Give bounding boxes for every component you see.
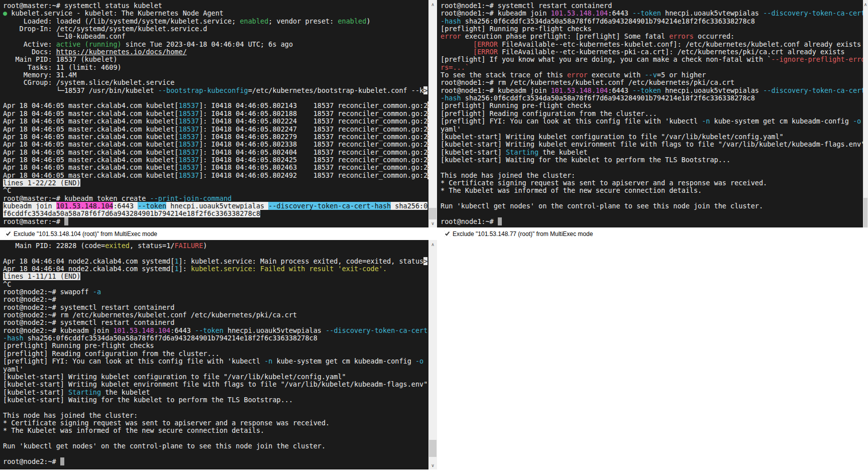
terminal-line: [ERROR FileAvailable--etc-kubernetes-pki… — [441, 48, 863, 56]
terminal-text-segment: root@node1:~# — [441, 217, 498, 225]
terminal-text-segment: -a — [93, 288, 101, 296]
terminal-text-segment — [441, 40, 473, 48]
terminal-text-segment: Tasks: 11 (limit: 4609) — [3, 63, 122, 71]
terminal-master[interactable]: root@master:~# systemctl status kubelet●… — [0, 0, 428, 227]
terminal-text-segment: ]: I0418 04:46:05.802492 18537 reconcile… — [199, 171, 427, 179]
terminal-text-segment: Apr 18 04:46:04 node2.ckalab4.com system… — [3, 265, 174, 273]
scroll-up-icon[interactable]: ∧ — [863, 0, 868, 9]
terminal-text-segment: Drop-In: /etc/systemd/system/kubelet.ser… — [3, 25, 207, 33]
exclude-node1-checkbox[interactable] — [444, 230, 451, 237]
terminal-text-segment: since Tue 2023-04-18 04:46:04 UTC; 6s ag… — [122, 40, 293, 48]
scrollbar-thumb[interactable] — [863, 198, 867, 227]
terminal-text-segment: 18537 — [179, 163, 199, 171]
terminal-text-segment: ● — [3, 9, 11, 17]
terminal-line: Apr 18 04:46:05 master.ckalab4.com kubel… — [3, 117, 428, 125]
terminal-line: This node has joined the cluster: — [3, 412, 428, 419]
terminal-text-segment: ]: kubelet.service: Main process exited,… — [179, 257, 424, 265]
terminal-text-segment: 101.53.148.104 — [551, 86, 608, 94]
terminal-text-segment: 18537 — [179, 109, 199, 117]
terminal-text-segment: ]: I0418 04:46:05.802463 18537 reconcile… — [199, 163, 427, 171]
terminal-line: -hash sha256:0f6cddfc3534da50a58a78f6f7d… — [3, 334, 428, 342]
exclude-master-checkbox[interactable] — [5, 230, 12, 237]
terminal-line: [kubelet-start] Writing kubelet configur… — [441, 133, 863, 141]
terminal-line: [preflight] Running pre-flight checks — [441, 102, 863, 109]
terminal-text-segment: --token — [632, 9, 661, 17]
terminal-text-segment: [kubelet-start] Waiting for the kubelet … — [3, 396, 293, 404]
terminal-text-segment: 18537 — [179, 125, 199, 133]
terminal-line — [3, 435, 428, 442]
terminal-text-segment: Memory: 31.4M — [3, 71, 76, 79]
exclude-master-label: Exclude "101.53.148.104 (root)" from Mul… — [14, 230, 157, 238]
exclude-master-label-row: Exclude "101.53.148.104 (root)" from Mul… — [5, 230, 157, 238]
terminal-line: Memory: 31.4M — [3, 71, 428, 79]
terminal-text-segment: Docs: — [3, 48, 56, 56]
terminal-text-segment: root@node2:~# — [3, 457, 60, 465]
terminal-text-segment: Main PID: 22828 (code= — [3, 242, 105, 250]
terminal-text-segment: [preflight] If you know what you are doi… — [441, 55, 771, 63]
terminal-line: root@node1:~# — [441, 218, 863, 225]
terminal-text-segment: root@node2:~# swapoff — [3, 288, 93, 296]
scroll-down-icon[interactable]: ∨ — [428, 219, 437, 227]
terminal-line: [kubelet-start] Starting the kubelet — [441, 149, 863, 156]
terminal-line: * Certificate signing request was sent t… — [441, 179, 863, 187]
terminal-node2[interactable]: Main PID: 22828 (code=exited, status=1/F… — [0, 240, 428, 469]
scrollbar-thumb[interactable] — [429, 208, 437, 219]
terminal-line: [kubelet-start] Waiting for the kubelet … — [441, 156, 863, 164]
terminal-text-segment: CGroup: /system.slice/kubelet.service — [3, 78, 174, 86]
scrollbar-master[interactable]: ∧ ∨ — [428, 0, 437, 227]
terminal-text-segment: -n — [264, 357, 272, 365]
terminal-line: yaml' — [441, 126, 863, 133]
terminal-text-segment: --token — [195, 326, 224, 334]
terminal-text-segment: 1 — [174, 265, 178, 273]
terminal-cursor — [64, 217, 68, 225]
terminal-line: [kubelet-start] Writing kubelet configur… — [3, 373, 428, 381]
terminal-line: CGroup: /system.slice/kubelet.service — [3, 79, 428, 86]
scrollbar-thumb[interactable] — [429, 440, 437, 457]
terminal-line: ● kubelet.service - kubelet: The Kuberne… — [3, 10, 428, 17]
terminal-text-segment: root@master:~# kubeadm token create — [3, 194, 150, 202]
terminal-text-segment: =5 or higher — [657, 71, 706, 79]
terminal-line: root@node2:~# kubeadm join 101.53.148.10… — [3, 327, 428, 334]
exclude-bar-master: Exclude "101.53.148.104 (root)" from Mul… — [0, 227, 437, 240]
terminal-text-segment: 101.53.148.104 — [56, 202, 114, 210]
terminal-cursor — [60, 457, 64, 465]
terminal-line: lines 1-11/11 (END) — [3, 273, 428, 280]
terminal-line: Apr 18 04:46:05 master.ckalab4.com kubel… — [3, 133, 428, 141]
scroll-up-icon[interactable]: ∧ — [428, 240, 437, 249]
terminal-line: Apr 18 04:46:05 master.ckalab4.com kubel… — [3, 141, 428, 148]
terminal-line: Run 'kubectl get nodes' on the control-p… — [3, 442, 428, 450]
terminal-text-segment: rs=...` — [441, 63, 469, 71]
terminal-line: -hash sha256:0f6cddfc3534da50a58a78f6f7d… — [441, 18, 863, 25]
terminal-text-segment: lines 1-22/22 (END) — [3, 179, 80, 187]
terminal-text-segment: Apr 18 04:46:05 master.ckalab4.com kubel… — [3, 109, 179, 117]
terminal-line: Apr 18 04:46:05 master.ckalab4.com kubel… — [3, 149, 428, 156]
terminal-text-segment: > — [423, 86, 427, 94]
scroll-down-icon[interactable]: ∨ — [428, 461, 437, 469]
terminal-text-segment: Apr 18 04:46:05 master.ckalab4.com kubel… — [3, 125, 179, 133]
terminal-text-segment: 101.53.148.104 — [551, 9, 608, 17]
terminal-text-segment: FileAvailable--etc-kubernetes-pki-ca.crt… — [498, 48, 845, 56]
terminal-text-segment: hnecpi.uoauk5vtewpialas — [166, 202, 268, 210]
terminal-text-segment: 18537 — [179, 133, 199, 141]
scroll-up-icon[interactable]: ∧ — [428, 0, 437, 9]
terminal-text-segment: ]: I0418 04:46:05.802279 18537 reconcile… — [199, 133, 427, 141]
terminal-text-segment: -hash — [3, 334, 24, 342]
terminal-node1[interactable]: root@node1:~# systemctl restart containe… — [437, 0, 863, 227]
terminal-text-segment: errors — [669, 32, 694, 40]
terminal-text-segment: kube-system get cm kubeadm-config — [272, 357, 415, 365]
terminal-text-segment: --discovery-token-ca-cert — [763, 86, 863, 94]
scrollbar-node2[interactable]: ∧ ∨ — [428, 240, 437, 469]
terminal-text-segment: 18537 — [179, 171, 199, 179]
terminal-text-segment: This node has joined the cluster: — [3, 411, 138, 419]
terminal-text-segment: 101.53.148.104 — [113, 326, 170, 334]
terminal-text-segment: exited — [105, 242, 130, 250]
terminal-text-segment: ]: I0418 04:46:05.802188 18537 reconcile… — [199, 109, 427, 117]
terminal-text-segment: * The Kubelet was informed of the new se… — [441, 186, 702, 194]
terminal-text-segment — [441, 48, 473, 56]
terminal-line: Drop-In: /etc/systemd/system/kubelet.ser… — [3, 25, 428, 33]
scrollbar-node1[interactable]: ∧ — [863, 0, 868, 227]
terminal-line: -hash sha256:0f6cddfc3534da50a58a78f6f7d… — [441, 94, 863, 102]
terminal-text-segment: :6443 — [608, 86, 632, 94]
terminal-text-segment: root@node1:~# systemctl restart containe… — [441, 2, 612, 10]
terminal-text-segment: :6443 — [608, 9, 632, 17]
